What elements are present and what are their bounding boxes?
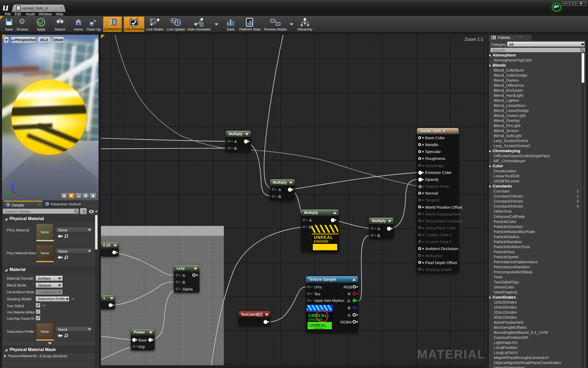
svg-text:UNREAL: UNREAL [308,313,328,318]
svg-text:UNREAL: UNREAL [314,235,333,240]
svg-text:UNREAL: UNREAL [309,323,326,327]
svg-text:ENGINE: ENGINE [314,327,324,330]
svg-text:z: z [14,181,15,185]
svg-text:ENGINE: ENGINE [314,239,329,243]
svg-text:x: x [16,193,17,196]
svg-text:ENGINE: ENGINE [308,318,323,322]
